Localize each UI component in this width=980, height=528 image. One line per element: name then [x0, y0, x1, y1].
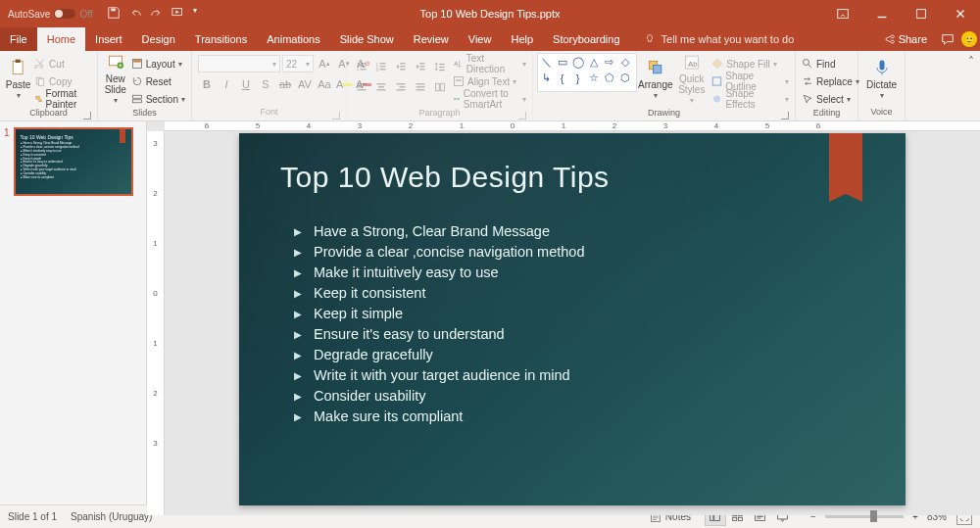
- convert-smartart-button[interactable]: Convert to SmartArt▾: [451, 90, 528, 108]
- svg-rect-5: [15, 60, 20, 63]
- align-center-icon[interactable]: [372, 78, 390, 96]
- underline-icon[interactable]: U: [237, 75, 255, 93]
- align-right-icon[interactable]: [392, 78, 410, 96]
- vertical-ruler[interactable]: 3210123: [147, 131, 165, 515]
- slide-thumbnails-panel[interactable]: 1 Top 10 Web Design Tips Have a Strong, …: [0, 121, 147, 504]
- svg-rect-35: [358, 83, 367, 84]
- language-indicator[interactable]: Spanish (Uruguay): [71, 511, 152, 522]
- change-case-icon[interactable]: Aa: [316, 75, 333, 93]
- title-bar: AutoSave Off ▾ Top 10 Web Design Tips.pp…: [0, 0, 980, 27]
- account-face-icon[interactable]: 🙂: [958, 27, 980, 51]
- tab-insert[interactable]: Insert: [85, 27, 132, 51]
- start-from-beginning-icon[interactable]: [172, 6, 185, 22]
- bold-icon[interactable]: B: [198, 75, 216, 93]
- tab-slideshow[interactable]: Slide Show: [330, 27, 404, 51]
- drawing-launcher-icon[interactable]: [781, 112, 789, 120]
- svg-rect-29: [419, 63, 424, 64]
- select-button[interactable]: Select▾: [800, 90, 853, 108]
- cut-icon: [34, 58, 46, 70]
- tab-animations[interactable]: Animations: [257, 27, 329, 51]
- decrease-indent-icon[interactable]: [392, 58, 410, 75]
- tab-storyboarding[interactable]: Storyboarding: [543, 27, 630, 51]
- svg-rect-25: [380, 69, 386, 70]
- cut-button[interactable]: Cut: [32, 55, 93, 72]
- shape-fill-icon: [711, 58, 723, 70]
- shape-rect-icon: ▭: [556, 56, 568, 69]
- svg-rect-61: [879, 61, 884, 71]
- italic-icon[interactable]: I: [218, 75, 235, 93]
- comments-icon[interactable]: [937, 27, 958, 51]
- section-button[interactable]: Section▾: [129, 90, 187, 108]
- tab-review[interactable]: Review: [404, 27, 459, 51]
- justify-icon[interactable]: [412, 78, 429, 96]
- columns-icon[interactable]: [431, 78, 449, 96]
- horizontal-ruler[interactable]: 6543210123456: [165, 121, 980, 131]
- tell-me-search[interactable]: Tell me what you want to do: [630, 27, 795, 51]
- format-painter-button[interactable]: Format Painter: [32, 90, 93, 108]
- group-voice-label: Voice: [870, 107, 892, 117]
- share-button[interactable]: Share: [873, 27, 937, 51]
- slide-bullet-list[interactable]: Have a Strong, Clear Brand Message Provi…: [280, 221, 864, 427]
- svg-rect-26: [400, 63, 405, 64]
- font-launcher-icon[interactable]: [332, 112, 340, 120]
- new-slide-button[interactable]: New Slide ▾: [102, 53, 129, 106]
- save-icon[interactable]: [107, 6, 121, 22]
- slide-counter[interactable]: Slide 1 of 1: [8, 511, 57, 522]
- shadow-icon[interactable]: S: [257, 75, 274, 93]
- reset-button[interactable]: Reset: [129, 72, 187, 90]
- collapse-ribbon-icon[interactable]: ˄: [968, 55, 974, 69]
- tab-transitions[interactable]: Transitions: [185, 27, 257, 51]
- slide-thumbnail-1[interactable]: Top 10 Web Design Tips Have a Strong, Cl…: [14, 127, 133, 196]
- autosave-toggle[interactable]: AutoSave Off: [8, 9, 93, 20]
- bullets-icon[interactable]: [353, 58, 370, 75]
- paste-button[interactable]: Paste ▾: [4, 53, 32, 106]
- minimize-icon[interactable]: [862, 0, 902, 27]
- tab-home[interactable]: Home: [37, 27, 85, 51]
- svg-text:3: 3: [376, 69, 378, 72]
- close-icon[interactable]: [941, 0, 980, 27]
- dictate-button[interactable]: Dictate▾: [862, 53, 901, 106]
- maximize-icon[interactable]: [902, 0, 941, 27]
- undo-icon[interactable]: [128, 6, 142, 22]
- arrange-button[interactable]: Arrange▾: [637, 53, 673, 106]
- increase-indent-icon[interactable]: [412, 58, 429, 75]
- layout-label: Layout: [146, 59, 175, 70]
- numbering-icon[interactable]: 123: [372, 58, 390, 75]
- svg-point-16: [358, 66, 360, 68]
- zoom-slider-thumb[interactable]: [870, 510, 877, 522]
- document-title: Top 10 Web Design Tips.pptx: [420, 8, 561, 20]
- paragraph-launcher-icon[interactable]: [518, 112, 526, 120]
- character-spacing-icon[interactable]: AV: [296, 75, 314, 93]
- zoom-slider[interactable]: [825, 515, 904, 518]
- font-size-combo[interactable]: 22▾: [282, 55, 314, 72]
- line-spacing-icon[interactable]: [431, 58, 449, 75]
- shape-effects-button[interactable]: Shape Effects▾: [710, 90, 791, 108]
- qat-dropdown-icon[interactable]: ▾: [193, 6, 197, 22]
- svg-rect-45: [416, 86, 425, 87]
- find-button[interactable]: Find: [800, 55, 837, 72]
- align-left-icon[interactable]: [353, 78, 370, 96]
- slide[interactable]: Top 10 Web Design Tips Have a Strong, Cl…: [239, 133, 906, 505]
- redo-icon[interactable]: [150, 6, 164, 22]
- shapes-gallery[interactable]: ＼▭◯△⇨◇ ↳{}☆⬠⬡: [537, 53, 637, 92]
- svg-rect-28: [400, 69, 405, 70]
- ribbon-display-options-icon[interactable]: [823, 0, 862, 27]
- tab-file[interactable]: File: [0, 27, 37, 51]
- quick-styles-button[interactable]: Ab Quick Styles▾: [673, 53, 710, 106]
- slide-canvas[interactable]: Top 10 Web Design Tips Have a Strong, Cl…: [165, 131, 980, 515]
- tab-design[interactable]: Design: [132, 27, 185, 51]
- layout-button[interactable]: Layout▾: [129, 55, 187, 72]
- svg-rect-30: [419, 66, 424, 67]
- strikethrough-icon[interactable]: ab: [276, 75, 294, 93]
- tab-view[interactable]: View: [459, 27, 502, 51]
- clipboard-launcher-icon[interactable]: [83, 112, 91, 120]
- increase-font-icon[interactable]: A▴: [316, 55, 333, 72]
- copy-button[interactable]: Copy: [32, 72, 93, 90]
- tab-help[interactable]: Help: [501, 27, 543, 51]
- font-name-combo[interactable]: ▾: [198, 55, 280, 72]
- svg-rect-17: [361, 66, 367, 67]
- slide-title[interactable]: Top 10 Web Design Tips: [280, 161, 864, 194]
- text-direction-button[interactable]: AText Direction▾: [451, 55, 528, 72]
- replace-button[interactable]: Replace▾: [800, 72, 861, 90]
- shape-callout-icon: ⬠: [603, 72, 615, 84]
